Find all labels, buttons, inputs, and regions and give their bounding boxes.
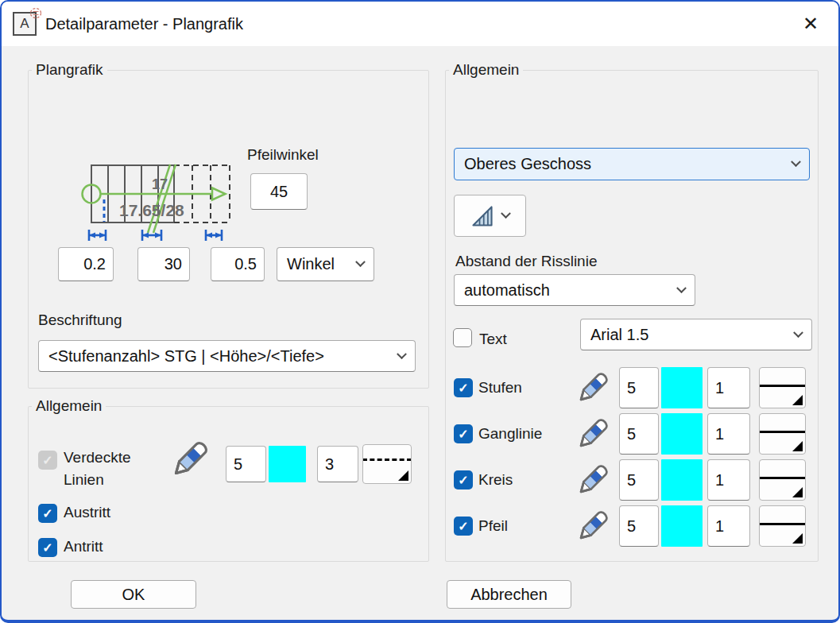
chevron-down-icon xyxy=(793,327,803,338)
solid-line-icon xyxy=(759,385,806,387)
kreis-pen-thickness-input[interactable] xyxy=(619,459,659,501)
pen-icon[interactable] xyxy=(575,416,611,452)
format-rows: Stufen Ganglinie xyxy=(454,367,811,547)
pen-icon[interactable] xyxy=(575,370,611,406)
pen-icon[interactable] xyxy=(575,462,611,498)
chevron-down-icon xyxy=(676,283,687,293)
verdeckte-line-style-button[interactable] xyxy=(362,444,412,484)
austritt-checkbox[interactable] xyxy=(38,504,57,523)
stufen-line-width-input[interactable] xyxy=(707,367,750,408)
app-icon: A xyxy=(13,12,37,36)
austritt-label: Austritt xyxy=(64,504,110,521)
stair-type-dropdown-button[interactable] xyxy=(454,195,526,237)
text-font-select-value: Arial 1.5 xyxy=(590,326,648,344)
pfeil-checkbox[interactable] xyxy=(454,517,473,536)
close-button[interactable]: ✕ xyxy=(794,8,827,40)
stufen-color-swatch[interactable] xyxy=(661,367,703,408)
corner-expand-icon xyxy=(398,470,408,481)
cancel-button[interactable]: Abbrechen xyxy=(447,580,571,609)
allgemein-left-legend: Allgemein xyxy=(32,397,106,415)
stufen-pen-thickness-input[interactable] xyxy=(619,367,659,408)
chevron-down-icon xyxy=(501,208,511,219)
solid-line-icon xyxy=(759,431,806,433)
allgemein-right-legend: Allgemein xyxy=(449,61,523,79)
preview-riser-count-label: 17 xyxy=(152,176,168,192)
pfeil-label: Pfeil xyxy=(478,517,571,535)
stufen-checkbox[interactable] xyxy=(454,378,473,397)
pen-icon[interactable] xyxy=(575,508,611,544)
pfeilwinkel-input[interactable] xyxy=(250,173,308,210)
plangrafik-group: Plangrafik xyxy=(28,61,429,389)
pfeil-line-style-button[interactable] xyxy=(759,505,806,547)
close-icon: ✕ xyxy=(803,13,819,35)
format-row-stufen: Stufen xyxy=(454,367,811,408)
corner-expand-icon xyxy=(792,441,803,451)
pen-icon[interactable] xyxy=(168,438,211,481)
text-font-select[interactable]: Arial 1.5 xyxy=(580,319,812,350)
antritt-label: Antritt xyxy=(64,538,103,555)
kreis-label: Kreis xyxy=(478,471,571,489)
verdeckte-color-swatch[interactable] xyxy=(269,446,306,482)
winkel-select[interactable]: Winkel xyxy=(277,247,374,281)
dashed-line-icon xyxy=(362,459,412,461)
app-badge-icon xyxy=(29,7,42,19)
beschriftung-select[interactable]: <Stufenanzahl> STG | <Höhe>/<Tiefe> xyxy=(38,340,416,372)
solid-line-icon xyxy=(759,477,806,479)
kreis-checkbox[interactable] xyxy=(454,470,473,489)
allgemein-left-group: Allgemein Verdeckte Linien Austritt Antr… xyxy=(28,397,429,562)
geschoss-select-value: Oberes Geschoss xyxy=(464,155,591,173)
stair-icon xyxy=(470,204,494,228)
app-icon-letter: A xyxy=(20,16,29,32)
corner-expand-icon xyxy=(792,533,803,544)
kreis-line-width-input[interactable] xyxy=(707,459,750,501)
format-row-pfeil: Pfeil xyxy=(454,505,811,547)
beschriftung-label: Beschriftung xyxy=(38,312,122,329)
pfeil-line-width-input[interactable] xyxy=(707,505,750,547)
plangrafik-legend: Plangrafik xyxy=(32,61,107,79)
ganglinie-checkbox[interactable] xyxy=(454,424,473,443)
ganglinie-color-swatch[interactable] xyxy=(661,413,703,455)
ok-button[interactable]: OK xyxy=(71,580,196,609)
allgemein-right-group: Allgemein Oberes Geschoss Abstand der Ri… xyxy=(445,61,819,562)
chevron-down-icon xyxy=(397,349,407,359)
format-row-ganglinie: Ganglinie xyxy=(454,413,811,455)
title-bar: A Detailparameter - Plangrafik ✕ xyxy=(2,2,838,46)
kreis-color-swatch[interactable] xyxy=(661,459,703,501)
stufen-label: Stufen xyxy=(478,379,571,397)
pfeil-pen-thickness-input[interactable] xyxy=(619,505,659,547)
pfeilwinkel-label: Pfeilwinkel xyxy=(247,146,319,164)
pfeil-color-swatch[interactable] xyxy=(661,505,703,547)
corner-expand-icon xyxy=(792,395,803,405)
verdeckte-linien-label: Verdeckte Linien xyxy=(64,447,159,491)
stair-plan-preview-image: 17 17.65/28 xyxy=(80,163,235,244)
dialog-title: Detailparameter - Plangrafik xyxy=(45,15,243,33)
corner-expand-icon xyxy=(792,487,803,497)
offset-middle-input[interactable] xyxy=(137,247,190,281)
verdeckte-pen-thickness-input[interactable] xyxy=(226,446,266,482)
risslinie-label: Abstand der Risslinie xyxy=(455,253,597,270)
verdeckte-linien-checkbox xyxy=(38,451,57,470)
solid-line-icon xyxy=(759,523,806,525)
ganglinie-line-style-button[interactable] xyxy=(759,413,806,455)
preview-dimension-label: 17.65/28 xyxy=(119,201,184,219)
winkel-select-value: Winkel xyxy=(287,255,335,273)
ganglinie-line-width-input[interactable] xyxy=(707,413,750,455)
risslinie-select-value: automatisch xyxy=(464,281,550,300)
detailparameter-dialog: A Detailparameter - Plangrafik ✕ Plangra… xyxy=(0,0,840,623)
stufen-line-style-button[interactable] xyxy=(759,367,806,408)
ganglinie-label: Ganglinie xyxy=(478,425,571,443)
beschriftung-select-value: <Stufenanzahl> STG | <Höhe>/<Tiefe> xyxy=(48,347,324,366)
text-checkbox[interactable] xyxy=(453,328,472,347)
text-checkbox-label: Text xyxy=(479,331,507,348)
chevron-down-icon xyxy=(791,157,801,167)
format-row-kreis: Kreis xyxy=(454,459,811,501)
offset-end-input[interactable] xyxy=(211,247,265,281)
kreis-line-style-button[interactable] xyxy=(759,459,806,501)
antritt-checkbox[interactable] xyxy=(38,538,57,557)
ganglinie-pen-thickness-input[interactable] xyxy=(619,413,659,455)
verdeckte-line-type-input[interactable] xyxy=(317,446,358,482)
offset-start-input[interactable] xyxy=(58,247,114,281)
chevron-down-icon xyxy=(355,257,366,267)
risslinie-select[interactable]: automatisch xyxy=(454,274,695,306)
geschoss-select[interactable]: Oberes Geschoss xyxy=(454,148,810,180)
